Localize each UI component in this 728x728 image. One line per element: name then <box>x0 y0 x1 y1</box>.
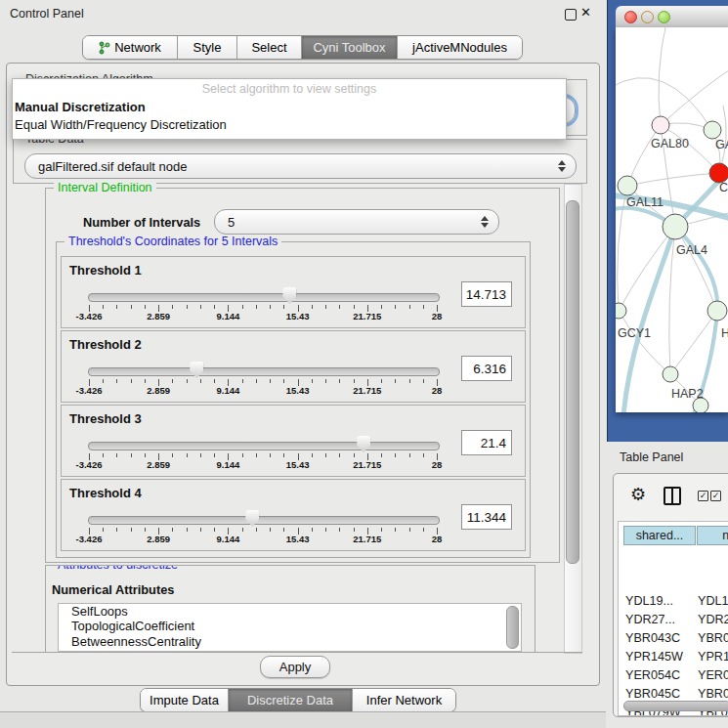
float-window-icon[interactable] <box>565 9 577 21</box>
minor-tick <box>214 453 215 457</box>
minor-tick <box>283 453 284 457</box>
minor-tick <box>172 528 173 532</box>
zoom-traffic-light-icon[interactable] <box>658 11 670 23</box>
attributes-list-scrollbar[interactable] <box>506 606 519 649</box>
tab-network[interactable]: Network <box>83 36 178 59</box>
threshold-slider-track[interactable] <box>88 367 440 376</box>
tab-impute-data[interactable]: Impute Data <box>141 689 229 711</box>
minor-tick <box>256 528 257 532</box>
tab-label: Select <box>251 40 286 55</box>
tab-cyni-toolbox[interactable]: Cyni Toolbox <box>302 36 398 59</box>
minor-tick <box>283 379 284 383</box>
tab-infer-network[interactable]: Infer Network <box>353 689 455 711</box>
number-of-intervals-value: 5 <box>215 215 480 230</box>
minor-tick <box>116 453 117 457</box>
table-hscrollbar-thumb[interactable] <box>623 701 728 711</box>
network-edge[interactable] <box>619 227 675 311</box>
network-graph: GAL80GACGAL11GAL4GCY1HHAP2 <box>616 27 728 412</box>
table-row[interactable]: YDR27...YDR27... <box>619 613 728 631</box>
table-row[interactable]: YBR043CYBR043C <box>619 631 728 650</box>
minor-tick <box>214 305 215 309</box>
app-window: Control Panel ✕ NetworkStyleSelectCyni T… <box>0 0 728 728</box>
network-node[interactable] <box>616 303 626 319</box>
threshold-value-field[interactable]: 14.713 <box>461 281 512 307</box>
algorithm-option-equal-width[interactable]: Equal Width/Frequency Discretization <box>13 116 566 134</box>
close-icon[interactable]: ✕ <box>580 5 591 20</box>
minor-tick <box>242 528 243 532</box>
apply-button[interactable]: Apply <box>260 656 330 678</box>
number-of-intervals-combobox[interactable]: 5 <box>214 209 499 235</box>
threshold-value-field[interactable]: 11.344 <box>461 504 512 530</box>
table-row[interactable]: YDL19...YDL19... <box>619 594 728 613</box>
minor-tick <box>145 528 146 532</box>
network-edge[interactable] <box>675 227 717 311</box>
column-checkbox-icon[interactable]: ✓ <box>710 491 721 501</box>
minimize-traffic-light-icon[interactable] <box>641 11 654 23</box>
table-row[interactable]: YPR145WYPR145W <box>619 650 728 668</box>
network-canvas[interactable]: GAL80GACGAL11GAL4GCY1HHAP2 <box>616 27 728 412</box>
algorithm-option-manual[interactable]: Manual Discretization <box>13 99 566 116</box>
minor-tick <box>395 305 396 309</box>
attribute-list-item[interactable]: SelfLoops <box>59 604 521 619</box>
minor-tick <box>172 305 173 309</box>
threshold-slider-track[interactable] <box>88 516 440 525</box>
close-traffic-light-icon[interactable] <box>624 11 637 23</box>
table-data-combobox[interactable]: galFiltered.sif default node <box>24 153 577 179</box>
main-scrollbar-thumb[interactable] <box>566 200 579 564</box>
tick-label: 15.43 <box>286 459 310 470</box>
tick-label: -3.426 <box>76 459 103 470</box>
minor-tick <box>312 453 313 457</box>
network-node[interactable] <box>618 176 637 195</box>
threshold-slider-track[interactable] <box>88 293 440 302</box>
network-edge-highlighted[interactable] <box>623 227 675 412</box>
cell-shared-name: YDL19... <box>625 594 673 608</box>
gear-icon[interactable]: ⚙ <box>630 484 646 505</box>
algorithm-popup-hint: Select algorithm to view settings <box>13 79 566 99</box>
cell-shared-name: YDR27... <box>625 613 675 626</box>
minor-tick <box>423 528 424 532</box>
network-node[interactable] <box>663 366 678 382</box>
threshold-slider-track[interactable] <box>88 442 440 450</box>
table-row[interactable]: YER054CYER054C <box>619 668 728 687</box>
split-columns-icon[interactable] <box>664 487 681 505</box>
minor-tick <box>381 528 382 532</box>
column-header-name[interactable]: name <box>697 526 728 545</box>
network-icon <box>99 41 110 55</box>
minor-tick <box>200 528 201 532</box>
network-node[interactable] <box>652 116 669 134</box>
thresholds-group: Threshold's Coordinates for 5 Intervals … <box>56 241 531 558</box>
attribute-list-item[interactable]: BetweennessCentrality <box>59 634 521 649</box>
network-node[interactable] <box>707 301 727 321</box>
node-label: H <box>721 326 728 340</box>
tick-label: 21.715 <box>353 311 381 321</box>
attribute-list-item[interactable]: TopologicalCoefficient <box>59 619 521 633</box>
minor-tick <box>354 453 355 457</box>
network-window-titlebar[interactable] <box>616 6 728 28</box>
cell-name: YDL19... <box>698 594 728 608</box>
minor-tick <box>172 453 173 457</box>
tick-label: 28 <box>432 534 443 544</box>
tab-style[interactable]: Style <box>178 36 237 59</box>
minor-tick <box>270 453 271 457</box>
node-label: C <box>719 181 728 194</box>
tab-discretize-data[interactable]: Discretize Data <box>229 689 353 711</box>
cell-shared-name: YBR043C <box>625 631 680 645</box>
tab-select[interactable]: Select <box>237 36 302 59</box>
table-panel: ⚙ ✓ ✓ shared... name YDL19...YDL19...YDR… <box>613 473 728 717</box>
network-edge[interactable] <box>627 173 719 186</box>
network-edge[interactable] <box>659 27 666 125</box>
tab-jactivemnodules[interactable]: jActiveMNodules <box>398 36 522 59</box>
network-edge[interactable] <box>661 66 728 125</box>
cell-shared-name: YBR045C <box>625 687 680 701</box>
network-node[interactable] <box>663 214 688 239</box>
threshold-value-field[interactable]: 21.4 <box>461 430 512 455</box>
table-data-value: galFiltered.sif default node <box>25 159 557 174</box>
network-edge[interactable] <box>627 125 661 186</box>
column-checkbox-icon[interactable]: ✓ <box>698 491 708 501</box>
minor-tick <box>354 528 355 532</box>
threshold-value-field[interactable]: 6.316 <box>461 356 512 381</box>
column-header-shared-name[interactable]: shared... <box>623 526 696 545</box>
network-node[interactable] <box>704 121 721 139</box>
network-node-selected[interactable] <box>709 163 728 183</box>
numerical-attributes-list[interactable]: SelfLoopsTopologicalCoefficientBetweenne… <box>58 603 522 652</box>
